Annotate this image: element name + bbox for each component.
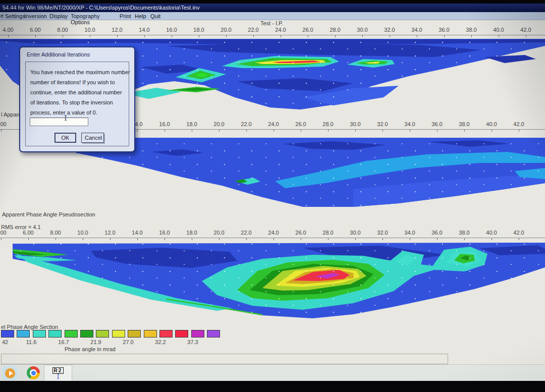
axis-tick-label: 32.0 — [382, 27, 397, 33]
axis-tick — [219, 238, 220, 240]
axis-tick — [63, 35, 63, 37]
media-player-icon[interactable] — [3, 366, 18, 380]
axis-tick-label: 18.0 — [184, 230, 199, 236]
axis-tick-label: 12.0 — [102, 230, 118, 236]
axis-tick — [281, 35, 281, 37]
app-screen: 54.44 for Win 98/Me/NT/2000/XP - C:\User… — [0, 0, 545, 392]
axis-tick — [464, 130, 465, 132]
axis-tick — [519, 130, 519, 132]
screen-photo: 54.44 for Win 98/Me/NT/2000/XP - C:\User… — [0, 0, 545, 392]
axis-tick — [83, 238, 83, 240]
axis-tick-label: 36.0 — [429, 230, 445, 236]
axis-tick — [335, 35, 336, 37]
menu-item-topography-options[interactable]: Topography Options — [71, 13, 100, 25]
legend-value: 42 — [0, 339, 13, 345]
dialog-message-line: number of iterations! If you wish to — [30, 79, 129, 85]
menu-item-inversion[interactable]: Inversion — [24, 13, 47, 19]
taskbar: R2 I — [0, 364, 545, 381]
axis-tick-label: 28.0 — [320, 230, 336, 236]
axis-tick — [137, 130, 138, 132]
axis-tick-label: 26.0 — [293, 230, 308, 236]
legend-swatch — [191, 330, 204, 338]
axis-tick-label: 4.00 — [0, 121, 9, 127]
axis-tick — [274, 130, 274, 132]
menu-item-clipped[interactable]: e — [1, 13, 4, 19]
axis-row-3: 4.006.008.0010.012.014.016.018.020.022.0… — [0, 230, 545, 241]
dialog-message-line: continue, enter the additional number — [30, 89, 129, 95]
axis-tick — [437, 238, 438, 240]
legend-swatch — [144, 330, 157, 338]
legend-swatch — [17, 330, 30, 338]
axis-tick-label: 36.0 — [429, 121, 445, 127]
axis-tick-label: 22.0 — [239, 121, 254, 127]
legend-swatch — [96, 330, 109, 338]
axis-tick — [192, 238, 192, 240]
dialog-message-line: process, enter a value of 0. — [30, 109, 129, 116]
axis-tick — [117, 35, 118, 37]
legend-title-partial: el Phase Angle Section — [1, 324, 58, 330]
axis-tick — [8, 35, 9, 37]
axis-tick-label: 4.00 — [1, 27, 16, 33]
axis-tick-label: 4.00 — [0, 230, 9, 236]
axis-tick-label: 10.0 — [82, 27, 97, 33]
enter-additional-iterations-dialog: Enter Additional Iterations You have rea… — [19, 46, 135, 152]
status-bar — [1, 354, 448, 364]
axis-tick — [274, 238, 274, 240]
axis-tick-label: 16.0 — [157, 121, 172, 127]
axis-tick — [308, 35, 308, 37]
axis-tick — [165, 238, 165, 240]
axis-tick-label: 28.0 — [328, 27, 343, 33]
axis-tick-label: 20.0 — [211, 121, 227, 127]
axis-tick-label: 16.0 — [164, 27, 179, 33]
screen-bezel-top — [0, 0, 545, 4]
axis-tick-label: 18.0 — [184, 121, 199, 127]
legend-value: 11.6 — [24, 339, 39, 345]
dialog-title: Enter Additional Iterations — [27, 51, 90, 58]
iterations-input[interactable] — [30, 118, 88, 126]
legend-swatch — [33, 330, 46, 338]
section1-label-partial: l Appare — [1, 111, 21, 118]
axis-tick-label: 12.0 — [110, 27, 125, 33]
legend-value: 16.7 — [56, 339, 71, 345]
axis-tick — [328, 130, 329, 132]
chrome-icon[interactable] — [27, 366, 40, 379]
ok-button[interactable]: OK — [54, 133, 76, 143]
res2dinv-cursor-icon: I — [44, 373, 72, 380]
legend-caption: Phase angle in mrad — [65, 346, 116, 352]
axis-tick — [519, 238, 519, 240]
menu-item-help[interactable]: Help — [135, 13, 146, 19]
axis-tick — [192, 130, 192, 132]
legend-swatch — [207, 330, 220, 338]
axis-tick — [410, 130, 410, 132]
axis-tick — [110, 238, 111, 240]
window-titlebar: 54.44 for Win 98/Me/NT/2000/XP - C:\User… — [0, 4, 545, 12]
axis-tick — [355, 130, 356, 132]
axis-tick — [417, 35, 417, 37]
axis-tick-label: 30.0 — [355, 27, 370, 33]
cancel-button[interactable]: Cancel — [81, 133, 104, 143]
axis-tick — [1, 130, 2, 132]
res2dinv-taskbar-button[interactable]: R2 I — [44, 365, 72, 381]
legend-value: 37.3 — [185, 339, 200, 345]
axis-tick — [499, 35, 499, 37]
axis-tick — [301, 238, 301, 240]
legend-swatch — [128, 330, 141, 338]
menu-item-settings[interactable]: Settings — [5, 13, 25, 19]
axis-tick — [144, 35, 145, 37]
axis-tick — [328, 238, 329, 240]
axis-tick-label: 16.0 — [157, 230, 172, 236]
axis-tick — [492, 238, 492, 240]
legend-swatch — [112, 330, 125, 338]
menu-item-quit[interactable]: Quit — [150, 13, 160, 19]
menu-item-display[interactable]: Display — [49, 13, 68, 19]
axis-tick-label: 38.0 — [464, 27, 479, 33]
axis-tick-label: 6.00 — [28, 27, 43, 33]
axis-tick-label: 34.0 — [402, 121, 417, 127]
menu-item-print[interactable]: Print — [120, 13, 131, 19]
axis-tick-label: 42.0 — [511, 121, 526, 127]
axis-tick — [383, 238, 383, 240]
legend-swatch — [80, 330, 93, 338]
axis-tick — [137, 238, 138, 240]
axis-tick-label: 40.0 — [491, 27, 506, 33]
axis-tick-label: 22.0 — [239, 230, 254, 236]
